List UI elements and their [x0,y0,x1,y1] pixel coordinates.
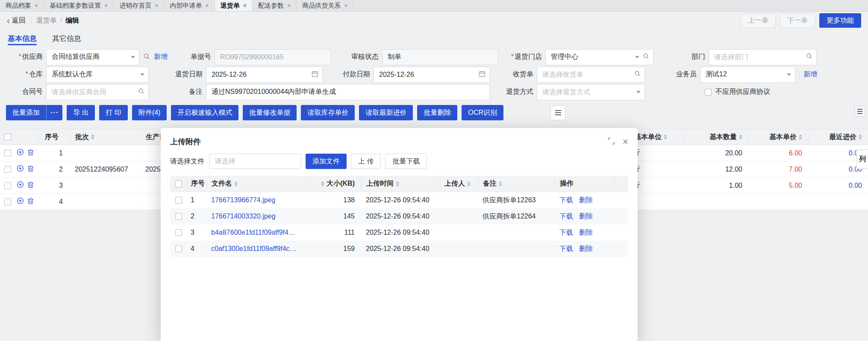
tab-goods-archive[interactable]: 商品档案× [0,0,44,11]
download-link[interactable]: 下载 [559,245,573,254]
fullscreen-icon[interactable] [608,137,615,146]
chevron-down-icon[interactable] [636,91,641,93]
tab-other-info[interactable]: 其它信息 [52,29,81,47]
close-icon[interactable]: × [155,3,158,9]
search-icon[interactable] [806,53,812,61]
department-input[interactable] [709,49,817,65]
search-icon[interactable] [138,88,144,96]
supplier-new-link[interactable]: 新增 [154,52,168,61]
pay-date-input[interactable] [374,67,490,83]
attachment-row[interactable]: 4 c0af1300e1fd11f09aff9f4c… 159 2025-12-… [170,241,628,257]
print-button[interactable]: 打 印 [99,105,127,120]
delete-link[interactable]: 删除 [579,228,593,237]
close-icon[interactable]: × [623,137,628,147]
tab-internal-request[interactable]: 内部申请单× [165,0,215,11]
more-functions-button[interactable]: 更多功能 [819,13,861,28]
calendar-icon[interactable] [479,70,485,79]
header-seq[interactable]: 序号 [38,133,71,142]
trash-icon[interactable] [27,149,34,157]
add-row-icon[interactable] [17,165,24,174]
download-link[interactable]: 下载 [559,212,573,221]
header-upload-time[interactable]: 上传时间 [361,179,440,188]
row-checkbox[interactable] [175,197,182,204]
upload-button[interactable]: 上 传 [351,154,381,169]
chevron-down-icon[interactable] [131,56,135,58]
trash-icon[interactable] [27,198,34,206]
close-icon[interactable]: × [243,3,247,9]
header-base-qty[interactable]: 基本数量 [684,133,748,142]
display-settings-button[interactable] [550,105,565,120]
row-checkbox[interactable] [4,198,11,205]
trash-icon[interactable] [27,181,34,190]
supplier-input[interactable] [46,49,139,65]
delete-link[interactable]: 删除 [579,245,593,254]
batch-add-button[interactable]: 批量添加 [6,105,46,120]
trash-icon[interactable] [27,165,34,174]
export-button[interactable]: 导 出 [67,105,95,120]
batch-edit-button[interactable]: 批量修改单据 [243,105,297,120]
header-size[interactable]: 大小(KB) [309,179,361,188]
close-icon[interactable]: × [344,3,347,9]
close-icon[interactable]: × [104,3,108,9]
close-icon[interactable]: × [35,3,38,9]
attachment-row[interactable]: 3 b4a87600e1fd11f09aff9f4… 111 2025-12-2… [170,224,628,241]
batch-download-button[interactable]: 批量下载 [385,154,427,169]
tab-base-archive-settings[interactable]: 基础档案参数设置× [44,0,114,11]
file-name-link[interactable]: c0af1300e1fd11f09aff9f4c… [211,245,309,253]
close-icon[interactable]: × [287,3,291,9]
receipt-input[interactable] [537,67,645,83]
ocr-button[interactable]: OCR识别 [462,105,503,120]
chevron-down-icon[interactable] [635,56,639,58]
batch-delete-button[interactable]: 批量删除 [417,105,457,120]
file-select-input[interactable] [209,154,301,169]
tab-basic-info[interactable]: 基本信息 [8,29,37,47]
calendar-icon[interactable] [312,70,318,79]
row-checkbox[interactable] [4,150,11,157]
row-checkbox[interactable] [175,213,182,220]
read-latest-price-button[interactable]: 读取最新进价 [359,105,413,120]
header-base-price[interactable]: 基本单价 [748,133,808,142]
tab-inventory-home[interactable]: 进销存首页× [114,0,164,11]
search-icon[interactable] [143,53,150,61]
delete-link[interactable]: 删除 [579,212,593,221]
row-checkbox[interactable] [175,245,182,252]
search-icon[interactable] [634,70,641,79]
speed-input-mode-button[interactable]: 开启极速输入模式 [171,105,238,120]
tab-goods-supply-relation[interactable]: 商品供货关系× [297,0,353,11]
header-seq[interactable]: 序号 [187,179,207,188]
salesman-input[interactable] [700,67,795,83]
more-options-icon[interactable]: ··· [46,105,62,120]
download-link[interactable]: 下载 [559,196,573,205]
select-all-checkbox[interactable] [175,181,182,187]
column-settings-tab[interactable]: 列 [856,149,868,169]
warehouse-input[interactable] [46,67,149,83]
prev-order-button[interactable]: 上一单 [741,13,776,28]
file-name-link[interactable]: b4a87600e1fd11f09aff9f4… [211,229,309,236]
header-file-name[interactable]: 文件名 [207,179,309,188]
add-row-icon[interactable] [17,149,24,157]
select-all-checkbox[interactable] [4,134,11,140]
attachment-row[interactable]: 1 1766713966774.jpeg 138 2025-12-26 09:5… [170,192,628,208]
remark-input[interactable] [206,84,490,100]
no-protocol-checkbox[interactable] [705,89,712,96]
contract-no-input[interactable] [46,84,149,100]
salesman-new-link[interactable]: 新增 [803,70,817,79]
file-name-link[interactable]: 1766713966774.jpeg [211,196,309,204]
close-icon[interactable]: × [206,3,209,9]
header-batch[interactable]: 批次 [71,133,141,142]
chevron-down-icon[interactable] [787,73,791,76]
next-order-button[interactable]: 下一单 [780,13,815,28]
row-checkbox[interactable] [4,166,11,173]
chevron-down-icon[interactable] [140,73,144,76]
return-date-input[interactable] [206,67,323,83]
row-checkbox[interactable] [4,182,11,189]
header-latest-price[interactable]: 最近进价 [808,133,868,142]
row-checkbox[interactable] [175,229,182,236]
file-name-link[interactable]: 1766714003320.jpeg [211,213,309,220]
attachment-button[interactable]: 附件(4) [132,105,167,120]
read-stock-price-button[interactable]: 读取库存单价 [301,105,355,120]
tab-return-order[interactable]: 退货单× [215,0,253,11]
delete-link[interactable]: 删除 [579,196,593,205]
grid-settings-button[interactable] [854,106,865,117]
tab-delivery-params[interactable]: 配送参数× [253,0,297,11]
